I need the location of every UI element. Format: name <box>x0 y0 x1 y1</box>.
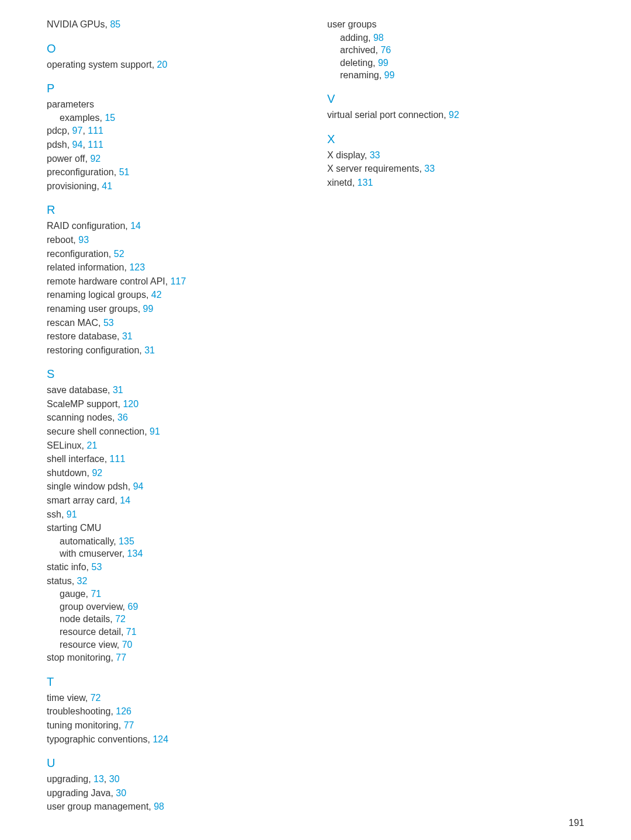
page-ref[interactable]: 41 <box>102 181 112 191</box>
index-entry: gauge, 71 <box>60 588 304 601</box>
page-ref[interactable]: 72 <box>115 614 126 624</box>
page-ref[interactable]: 31 <box>144 345 155 355</box>
entry-term: time view, <box>47 693 91 703</box>
entry-term: with cmuserver, <box>60 549 127 558</box>
index-entry: static info, 53 <box>47 561 304 574</box>
index-page: NVIDIA GPUs, 85Ooperating system support… <box>0 0 631 840</box>
entry-term: xinetd, <box>327 178 358 188</box>
entry-term: upgrading, <box>47 774 93 784</box>
entry-term: X server requirements, <box>327 164 424 173</box>
page-ref[interactable]: 51 <box>119 167 130 177</box>
page-ref[interactable]: 76 <box>380 45 391 55</box>
page-ref[interactable]: 120 <box>123 399 138 409</box>
entry-term: ssh, <box>47 509 67 519</box>
entry-term: ScaleMP support, <box>47 399 123 409</box>
index-entry: preconfiguration, 51 <box>47 166 304 179</box>
page-ref[interactable]: 92 <box>90 154 100 164</box>
page-ref[interactable]: 71 <box>126 627 137 637</box>
page-ref[interactable]: 135 <box>119 536 134 546</box>
page-ref[interactable]: 33 <box>424 164 435 173</box>
page-ref[interactable]: 13 <box>93 774 104 784</box>
page-ref[interactable]: 98 <box>154 801 164 811</box>
section-heading: V <box>327 92 584 106</box>
page-ref[interactable]: 92 <box>92 468 102 478</box>
page-ref[interactable]: 20 <box>157 60 168 70</box>
page-ref[interactable]: 94 <box>133 481 144 491</box>
entry-term: scanning nodes, <box>47 412 117 422</box>
index-entry: xinetd, 131 <box>327 176 584 189</box>
page-ref[interactable]: 99 <box>384 70 395 80</box>
page-ref[interactable]: 31 <box>113 385 123 395</box>
page-ref[interactable]: 72 <box>91 693 101 703</box>
index-entry: starting CMU <box>47 522 304 534</box>
page-ref[interactable]: 30 <box>109 774 120 784</box>
page-ref[interactable]: 123 <box>129 262 145 272</box>
entry-term: starting CMU <box>47 523 101 533</box>
index-entry: provisioning, 41 <box>47 180 304 193</box>
page-ref[interactable]: 14 <box>130 221 141 231</box>
page-ref[interactable]: 111 <box>110 454 126 464</box>
index-entry: remote hardware control API, 117 <box>47 275 304 288</box>
entry-term: smart array card, <box>47 495 120 505</box>
index-entry: adding, 98 <box>340 32 584 44</box>
entry-term: archived, <box>340 45 380 55</box>
page-ref[interactable]: 111 <box>88 126 103 136</box>
page-ref[interactable]: 124 <box>152 734 168 744</box>
index-entry: upgrading, 13, 30 <box>47 773 304 786</box>
entry-term: rescan MAC, <box>47 318 103 328</box>
page-ref[interactable]: 33 <box>370 150 380 160</box>
index-entry: user group management, 98 <box>47 800 304 813</box>
page-ref[interactable]: 92 <box>449 110 459 120</box>
index-entry: archived, 76 <box>340 44 584 57</box>
page-ref[interactable]: 94 <box>72 140 83 150</box>
entry-term: troubleshooting, <box>47 706 116 716</box>
entry-term: operating system support, <box>47 60 157 70</box>
entry-term: NVIDIA GPUs, <box>47 19 110 29</box>
page-ref[interactable]: 91 <box>150 426 160 436</box>
page-ref[interactable]: 70 <box>122 640 133 650</box>
entry-term: renaming user groups, <box>47 304 143 314</box>
page-ref[interactable]: 134 <box>127 549 143 558</box>
page-ref[interactable]: 98 <box>373 33 384 43</box>
page-ref[interactable]: 69 <box>128 602 138 612</box>
page-ref[interactable]: 126 <box>116 706 131 716</box>
entry-term: pdcp, <box>47 126 72 136</box>
page-ref[interactable]: 97 <box>72 126 83 136</box>
entry-term: pdsh, <box>47 140 72 150</box>
index-entry: operating system support, 20 <box>47 58 304 71</box>
entry-term: stop monitoring, <box>47 652 116 662</box>
page-ref[interactable]: 111 <box>88 140 103 150</box>
index-entry: with cmuserver, 134 <box>60 547 304 560</box>
page-ref[interactable]: 31 <box>122 331 133 341</box>
entry-term: examples, <box>60 113 105 123</box>
index-entry: NVIDIA GPUs, 85 <box>47 18 304 31</box>
page-ref[interactable]: 117 <box>171 276 186 286</box>
page-ref[interactable]: 71 <box>91 589 101 599</box>
index-entry: virtual serial port connection, 92 <box>327 109 584 122</box>
index-entry: time view, 72 <box>47 692 304 704</box>
page-ref[interactable]: 21 <box>86 440 97 450</box>
page-ref[interactable]: 91 <box>67 509 77 519</box>
entry-term: deleting, <box>340 58 378 68</box>
page-ref[interactable]: 30 <box>116 788 126 798</box>
page-ref[interactable]: 77 <box>124 720 134 730</box>
page-ref[interactable]: 53 <box>91 562 102 572</box>
page-ref[interactable]: 85 <box>110 19 120 29</box>
page-ref[interactable]: 52 <box>114 249 124 259</box>
page-ref[interactable]: 32 <box>77 576 88 586</box>
index-entry: renaming logical groups, 42 <box>47 289 304 301</box>
page-ref[interactable]: 131 <box>358 178 373 188</box>
page-ref[interactable]: 36 <box>117 412 128 422</box>
entry-term: status, <box>47 576 77 586</box>
page-ref[interactable]: 53 <box>103 318 114 328</box>
page-ref[interactable]: 42 <box>151 290 162 300</box>
page-ref[interactable]: 99 <box>143 304 154 314</box>
page-ref[interactable]: 93 <box>78 235 89 245</box>
index-entry: single window pdsh, 94 <box>47 480 304 493</box>
page-ref[interactable]: 14 <box>120 495 130 505</box>
entry-term: provisioning, <box>47 181 102 191</box>
page-ref[interactable]: 99 <box>378 58 389 68</box>
page-ref[interactable]: 77 <box>116 652 126 662</box>
page-ref[interactable]: 15 <box>105 113 115 123</box>
section-heading: U <box>47 756 304 770</box>
